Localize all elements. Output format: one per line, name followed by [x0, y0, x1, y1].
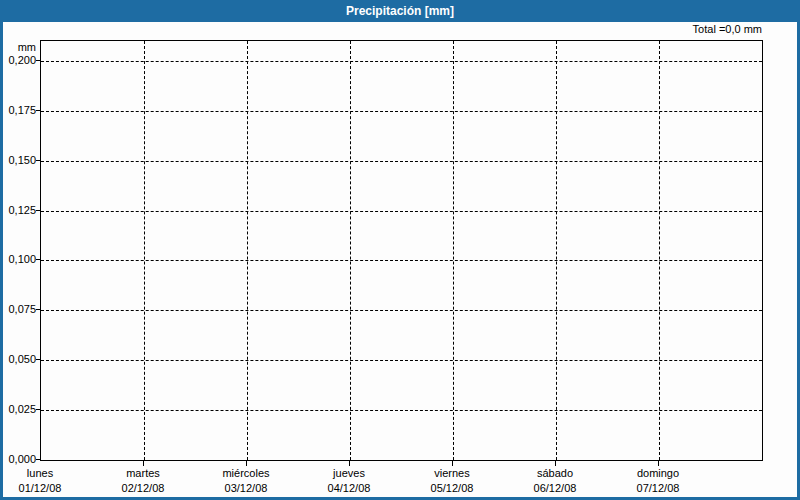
chart-window: Precipitación [mm] Total =0,0 mm mm 0,20… [0, 0, 800, 500]
h-gridline [41, 360, 762, 361]
y-tick-mark [36, 459, 40, 460]
v-gridline [144, 41, 145, 460]
x-date-label: 05/12/08 [402, 481, 502, 495]
y-tick-label: 0,200 [0, 53, 36, 67]
y-tick-mark [36, 359, 40, 360]
x-day-label: sábado [505, 466, 605, 480]
v-gridline [350, 41, 351, 460]
y-tick-mark [36, 409, 40, 410]
x-day-label: miércoles [196, 466, 296, 480]
x-day-label: viernes [402, 466, 502, 480]
y-tick-label: 0,175 [0, 103, 36, 117]
v-gridline [247, 41, 248, 460]
h-gridline [41, 61, 762, 62]
title-bar: Precipitación [mm] [0, 0, 800, 22]
h-gridline [41, 310, 762, 311]
y-tick-label: 0,100 [0, 252, 36, 266]
x-day-label: martes [93, 466, 193, 480]
total-annotation: Total =0,0 mm [462, 22, 762, 36]
y-tick-label: 0,075 [0, 302, 36, 316]
y-tick-label: 0,025 [0, 402, 36, 416]
v-gridline [556, 41, 557, 460]
h-gridline [41, 211, 762, 212]
plot-area [40, 40, 763, 461]
y-tick-mark [36, 309, 40, 310]
y-tick-mark [36, 160, 40, 161]
y-tick-label: 0,150 [0, 153, 36, 167]
h-gridline [41, 260, 762, 261]
x-day-label: domingo [608, 466, 708, 480]
y-tick-mark [36, 259, 40, 260]
y-axis-unit-label: mm [0, 40, 36, 54]
y-tick-mark [36, 60, 40, 61]
y-tick-mark [36, 110, 40, 111]
x-day-label: jueves [299, 466, 399, 480]
chart-title: Precipitación [mm] [346, 4, 454, 18]
window-border-left [0, 0, 3, 500]
x-date-label: 04/12/08 [299, 481, 399, 495]
x-date-label: 01/12/08 [0, 481, 90, 495]
x-date-label: 03/12/08 [196, 481, 296, 495]
h-gridline [41, 410, 762, 411]
h-gridline [41, 111, 762, 112]
h-gridline [41, 161, 762, 162]
x-date-label: 06/12/08 [505, 481, 605, 495]
y-tick-mark [36, 210, 40, 211]
v-gridline [453, 41, 454, 460]
v-gridline [659, 41, 660, 460]
x-date-label: 02/12/08 [93, 481, 193, 495]
x-day-label: lunes [0, 466, 90, 480]
y-tick-label: 0,125 [0, 203, 36, 217]
y-tick-label: 0,050 [0, 352, 36, 366]
y-tick-label: 0,000 [0, 452, 36, 466]
x-date-label: 07/12/08 [608, 481, 708, 495]
